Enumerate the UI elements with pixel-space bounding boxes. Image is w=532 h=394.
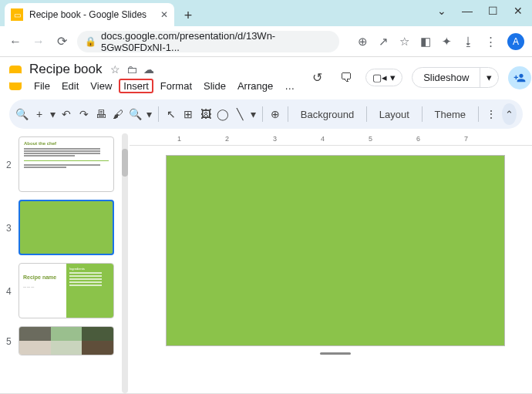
new-slide-icon[interactable]: + bbox=[33, 105, 45, 123]
zoom-caret-icon[interactable]: ▾ bbox=[146, 105, 152, 123]
line-icon[interactable]: ╲ bbox=[234, 105, 246, 123]
menu-format[interactable]: Format bbox=[156, 79, 197, 93]
thumb-subtitle: Ingredients bbox=[69, 267, 110, 271]
undo-icon[interactable]: ↶ bbox=[60, 105, 72, 123]
separator bbox=[422, 106, 423, 122]
new-slide-caret-icon[interactable]: ▾ bbox=[50, 105, 56, 123]
comments-icon[interactable]: 🗨 bbox=[336, 68, 356, 88]
ruler-tick: 3 bbox=[273, 135, 277, 143]
slide-thumb-5[interactable]: 5 bbox=[6, 326, 130, 355]
menu-slide[interactable]: Slide bbox=[199, 79, 231, 93]
meet-button[interactable]: ▢◂ ▾ bbox=[365, 69, 402, 86]
bookmark-icon[interactable]: ☆ bbox=[399, 35, 409, 49]
image-icon[interactable]: 🖼 bbox=[199, 105, 211, 123]
lock-icon: 🔒 bbox=[85, 36, 96, 47]
browser-avatar[interactable]: A bbox=[507, 33, 524, 50]
ruler-tick: 7 bbox=[464, 135, 468, 143]
forward-button[interactable]: → bbox=[31, 35, 46, 49]
textbox-icon[interactable]: ⊞ bbox=[182, 105, 194, 123]
slide-thumb-3[interactable]: 3 bbox=[6, 200, 130, 255]
collapse-toolbar-icon[interactable]: ⌃ bbox=[502, 103, 517, 125]
menubar: File Edit View Insert Format Slide Arran… bbox=[29, 79, 299, 93]
slideshow-label: Slideshow bbox=[412, 68, 480, 87]
toolbar: 🔍 + ▾ ↶ ↷ 🖶 🖌 🔍 ▾ ↖ ⊞ 🖼 ◯ ╲ ▾ ⊕ Backgrou… bbox=[9, 99, 523, 129]
document-title[interactable]: Recipe book bbox=[29, 62, 103, 77]
thumb-number: 5 bbox=[6, 335, 14, 347]
notes-resize-handle[interactable] bbox=[320, 352, 351, 355]
filmstrip-scrollbar[interactable] bbox=[122, 133, 128, 393]
browser-toolbar: ← → ⟳ 🔒 docs.google.com/presentation/d/1… bbox=[0, 26, 532, 57]
menu-file[interactable]: File bbox=[29, 79, 55, 93]
select-tool-icon[interactable]: ↖ bbox=[165, 105, 177, 123]
theme-button[interactable]: Theme bbox=[429, 109, 472, 120]
menu-insert[interactable]: Insert bbox=[119, 79, 153, 93]
workspace: 2 About the chef 3 4 Recipe name bbox=[0, 133, 532, 393]
app-install-icon[interactable]: ◧ bbox=[420, 35, 431, 49]
person-add-icon bbox=[513, 72, 526, 84]
menu-edit[interactable]: Edit bbox=[57, 79, 83, 93]
separator bbox=[366, 106, 367, 122]
horizontal-ruler[interactable]: 1 2 3 4 5 6 7 bbox=[130, 133, 532, 146]
close-window-icon[interactable]: ✕ bbox=[513, 5, 523, 17]
separator bbox=[158, 106, 159, 122]
extensions-icon[interactable]: ✦ bbox=[442, 35, 452, 49]
background-button[interactable]: Background bbox=[295, 109, 360, 120]
kebab-menu-icon[interactable]: ⋮ bbox=[485, 35, 497, 49]
download-icon[interactable]: ⭳ bbox=[463, 35, 474, 48]
thumb-title: About the chef bbox=[24, 141, 109, 146]
app-header: Recipe book ☆ 🗀 ☁ File Edit View Insert … bbox=[0, 57, 532, 93]
separator bbox=[478, 106, 479, 122]
url-text: docs.google.com/presentation/d/13Wn-5GwS… bbox=[101, 30, 332, 53]
minimize-icon[interactable]: — bbox=[462, 5, 473, 17]
thumb-number: 4 bbox=[6, 285, 14, 297]
cloud-status-icon[interactable]: ☁ bbox=[143, 63, 154, 76]
slide-thumb-4[interactable]: 4 Recipe name — — — Ingredients bbox=[6, 263, 130, 318]
slide-canvas[interactable] bbox=[166, 155, 505, 346]
separator bbox=[288, 106, 288, 122]
star-icon[interactable]: ☆ bbox=[110, 63, 120, 76]
separator bbox=[262, 106, 263, 122]
search-icon[interactable]: ⊕ bbox=[358, 35, 368, 49]
layout-button[interactable]: Layout bbox=[373, 109, 416, 120]
menu-more[interactable]: … bbox=[280, 79, 299, 93]
slideshow-dropdown[interactable]: ▾ bbox=[480, 68, 498, 87]
slide-thumb-2[interactable]: 2 About the chef bbox=[6, 136, 130, 192]
comment-add-icon[interactable]: ⊕ bbox=[269, 105, 281, 123]
menu-view[interactable]: View bbox=[86, 79, 116, 93]
slideshow-button[interactable]: Slideshow ▾ bbox=[412, 67, 499, 88]
ruler-tick: 6 bbox=[416, 135, 420, 143]
history-icon[interactable]: ↺ bbox=[307, 68, 327, 88]
address-bar[interactable]: 🔒 docs.google.com/presentation/d/13Wn-5G… bbox=[77, 31, 339, 52]
redo-icon[interactable]: ↷ bbox=[78, 105, 90, 123]
share-url-icon[interactable]: ↗ bbox=[379, 35, 389, 49]
more-toolbar-icon[interactable]: ⋮ bbox=[485, 105, 497, 123]
slides-logo[interactable] bbox=[9, 66, 22, 90]
browser-tab-strip: ▭ Recipe book - Google Slides ✕ + ⌄ — ☐ … bbox=[0, 0, 532, 26]
slides-favicon: ▭ bbox=[11, 8, 23, 21]
menu-arrange[interactable]: Arrange bbox=[233, 79, 278, 93]
thumb-number: 3 bbox=[6, 221, 14, 234]
move-icon[interactable]: 🗀 bbox=[126, 63, 137, 76]
window-controls: ⌄ — ☐ ✕ bbox=[437, 0, 532, 26]
close-tab-icon[interactable]: ✕ bbox=[160, 9, 168, 20]
new-tab-button[interactable]: + bbox=[177, 5, 199, 26]
ruler-tick: 5 bbox=[369, 135, 372, 143]
browser-tab[interactable]: ▭ Recipe book - Google Slides ✕ bbox=[5, 3, 174, 26]
tab-title: Recipe book - Google Slides bbox=[29, 9, 154, 20]
share-button[interactable] bbox=[508, 66, 531, 89]
ruler-tick: 1 bbox=[177, 135, 181, 143]
back-button[interactable]: ← bbox=[8, 35, 23, 49]
camera-icon: ▢◂ bbox=[372, 72, 387, 83]
thumb-number: 2 bbox=[6, 158, 14, 170]
line-caret-icon[interactable]: ▾ bbox=[251, 105, 256, 123]
maximize-icon[interactable]: ☐ bbox=[488, 5, 498, 17]
reload-button[interactable]: ⟳ bbox=[54, 34, 69, 49]
chevron-down-icon[interactable]: ⌄ bbox=[437, 5, 446, 17]
editor-area: 1 2 3 4 5 6 7 bbox=[130, 133, 532, 393]
search-menus-icon[interactable]: 🔍 bbox=[15, 105, 29, 123]
paint-format-icon[interactable]: 🖌 bbox=[112, 105, 124, 123]
print-icon[interactable]: 🖶 bbox=[95, 105, 107, 123]
zoom-icon[interactable]: 🔍 bbox=[129, 105, 142, 123]
shape-icon[interactable]: ◯ bbox=[217, 105, 229, 123]
filmstrip[interactable]: 2 About the chef 3 4 Recipe name bbox=[0, 133, 130, 393]
